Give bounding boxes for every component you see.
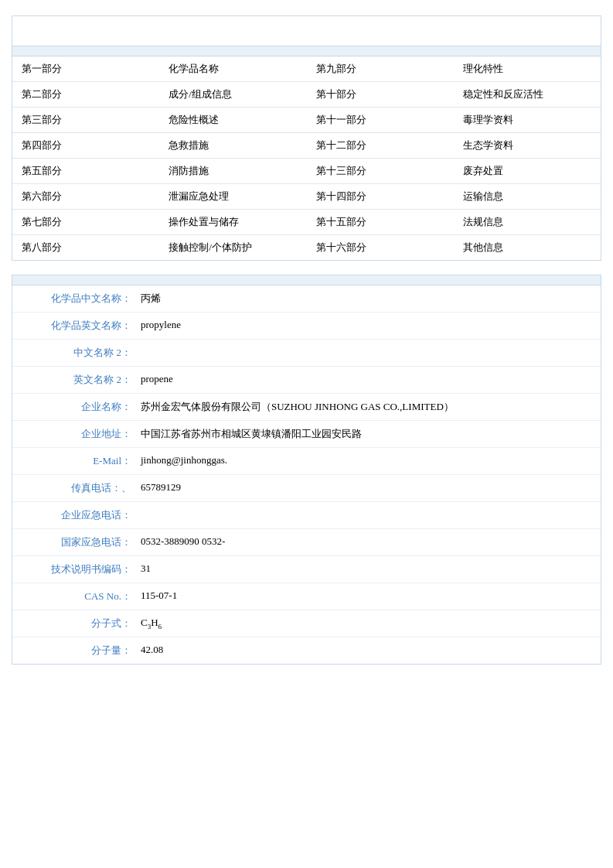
toc-part-name: 操作处置与储存 [159,210,306,235]
page-title [12,15,601,46]
toc-row: 第六部分 泄漏应急处理 第十四部分 运输信息 [12,184,601,210]
info-value: 丙烯 [136,285,601,313]
toc-part-name: 化学品名称 [159,56,306,82]
toc-table: 第一部分 化学品名称 第九部分 理化特性 第二部分 成分/组成信息 第十部分 稳… [12,56,601,260]
toc-part-name: 生态学资料 [454,133,601,159]
toc-part-name: 泄漏应急处理 [159,184,306,210]
toc-row: 第二部分 成分/组成信息 第十部分 稳定性和反应活性 [12,82,601,108]
toc-part-name: 法规信息 [454,210,601,235]
toc-part-name: 危险性概述 [159,108,306,133]
info-label: 化学品中文名称： [12,285,136,313]
info-value: 中国江苏省苏州市相城区黄埭镇潘阳工业园安民路 [136,421,601,448]
toc-part-name: 理化特性 [454,56,601,82]
info-value: 115-07-1 [136,583,601,610]
info-row: 企业名称： 苏州金宏气体股份有限公司（SUZHOU JINHONG GAS CO… [12,394,601,421]
toc-row: 第三部分 危险性概述 第十一部分 毒理学资料 [12,108,601,133]
info-value: C3H6 [136,610,601,637]
info-value: 65789129 [136,475,601,502]
info-label: 中文名称 2： [12,340,136,367]
info-label: 企业应急电话： [12,502,136,529]
toc-part-name: 急救措施 [159,133,306,159]
info-label: 分子量： [12,637,136,665]
info-value [136,502,601,529]
toc-part-name: 稳定性和反应活性 [454,82,601,108]
toc-part-num: 第四部分 [12,133,159,159]
info-row: CAS No.： 115-07-1 [12,583,601,610]
toc-part-num: 第十六部分 [307,235,454,261]
toc-row: 第一部分 化学品名称 第九部分 理化特性 [12,56,601,82]
info-row: 英文名称 2： propene [12,367,601,394]
toc-part-num: 第十四部分 [307,184,454,210]
info-label: 英文名称 2： [12,367,136,394]
part1-section: 化学品中文名称： 丙烯 化学品英文名称： propylene 中文名称 2： 英… [12,275,601,665]
toc-part-num: 第五部分 [12,159,159,184]
toc-row: 第四部分 急救措施 第十二部分 生态学资料 [12,133,601,159]
info-row: 国家应急电话： 0532-3889090 0532- [12,529,601,556]
toc-header [12,46,601,56]
toc-part-num: 第六部分 [12,184,159,210]
toc-part-name: 毒理学资料 [454,108,601,133]
toc-part-name: 废弃处置 [454,159,601,184]
info-row: 分子量： 42.08 [12,637,601,665]
info-value: jinhong@jinhonggas. [136,448,601,475]
info-row: 企业应急电话： [12,502,601,529]
info-label: 企业地址： [12,421,136,448]
toc-part-num: 第十部分 [307,82,454,108]
part1-header [12,275,601,285]
info-label: 传真电话：、 [12,475,136,502]
info-label: 化学品英文名称： [12,313,136,340]
toc-row: 第七部分 操作处置与储存 第十五部分 法规信息 [12,210,601,235]
toc-part-name: 运输信息 [454,184,601,210]
toc-section: 第一部分 化学品名称 第九部分 理化特性 第二部分 成分/组成信息 第十部分 稳… [12,46,601,261]
toc-part-num: 第十五部分 [307,210,454,235]
info-label: 国家应急电话： [12,529,136,556]
info-value [136,340,601,367]
info-row: 企业地址： 中国江苏省苏州市相城区黄埭镇潘阳工业园安民路 [12,421,601,448]
info-label: 技术说明书编码： [12,556,136,583]
toc-row: 第八部分 接触控制/个体防护 第十六部分 其他信息 [12,235,601,261]
info-label: E-Mail： [12,448,136,475]
toc-part-name: 其他信息 [454,235,601,261]
toc-part-name: 消防措施 [159,159,306,184]
info-value: propylene [136,313,601,340]
toc-part-num: 第三部分 [12,108,159,133]
toc-part-num: 第一部分 [12,56,159,82]
info-row: 中文名称 2： [12,340,601,367]
info-row: 化学品英文名称： propylene [12,313,601,340]
info-value: propene [136,367,601,394]
info-value: 苏州金宏气体股份有限公司（SUZHOU JINHONG GAS CO.,LIMI… [136,394,601,421]
info-table: 化学品中文名称： 丙烯 化学品英文名称： propylene 中文名称 2： 英… [12,285,601,664]
toc-part-num: 第九部分 [307,56,454,82]
info-row: E-Mail： jinhong@jinhonggas. [12,448,601,475]
info-value: 31 [136,556,601,583]
toc-part-name: 成分/组成信息 [159,82,306,108]
info-value: 0532-3889090 0532- [136,529,601,556]
info-label: 企业名称： [12,394,136,421]
toc-part-num: 第十二部分 [307,133,454,159]
toc-part-num: 第八部分 [12,235,159,261]
toc-part-num: 第十一部分 [307,108,454,133]
toc-part-name: 接触控制/个体防护 [159,235,306,261]
info-label: CAS No.： [12,583,136,610]
toc-part-num: 第十三部分 [307,159,454,184]
info-row: 分子式： C3H6 [12,610,601,637]
info-value: 42.08 [136,637,601,665]
toc-part-num: 第七部分 [12,210,159,235]
toc-row: 第五部分 消防措施 第十三部分 废弃处置 [12,159,601,184]
info-row: 技术说明书编码： 31 [12,556,601,583]
info-label: 分子式： [12,610,136,637]
info-row: 传真电话：、 65789129 [12,475,601,502]
toc-part-num: 第二部分 [12,82,159,108]
info-row: 化学品中文名称： 丙烯 [12,285,601,313]
